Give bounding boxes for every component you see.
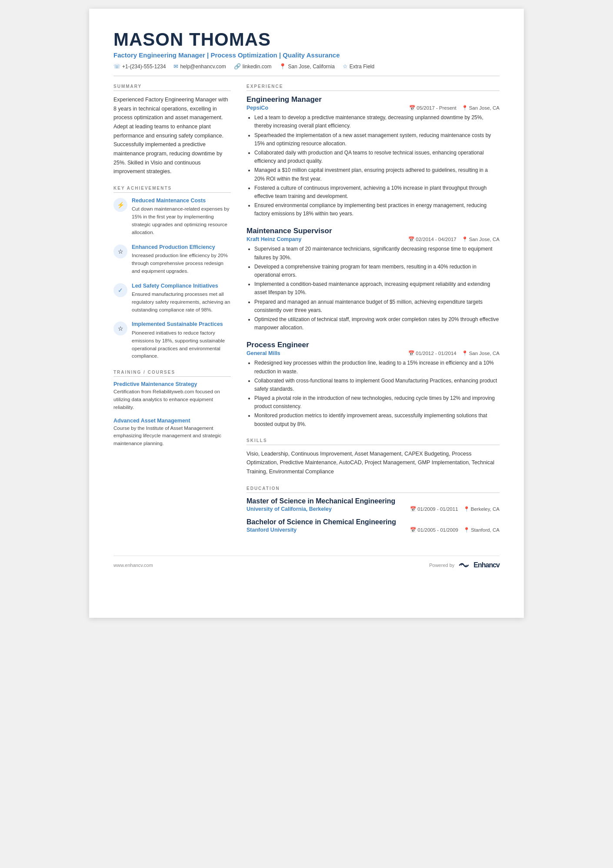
email-icon: ✉ <box>173 63 178 70</box>
skills-text: Visio, Leadership, Continuous Improvemen… <box>247 449 500 476</box>
bullet: Led a team to develop a predictive maint… <box>254 114 500 130</box>
achievements-label: KEY ACHIEVEMENTS <box>113 186 231 193</box>
exp-item-1: Maintenance Supervisor Kraft Heinz Compa… <box>247 227 500 332</box>
exp-date-0: 📅 05/2017 - Present <box>409 105 456 111</box>
footer-right: Powered by Enhancv <box>429 561 500 569</box>
bullet: Ensured environmental compliance by impl… <box>254 201 500 218</box>
resume-page: MASON THOMAS Factory Engineering Manager… <box>89 9 524 618</box>
training-item-0: Predictive Maintenance Strategy Certific… <box>113 381 231 411</box>
bullet: Redesigned key processes within the prod… <box>254 359 500 375</box>
experience-section: EXPERIENCE Engineering Manager PepsiCo 📅… <box>247 84 500 429</box>
footer-url: www.enhancv.com <box>113 563 153 568</box>
exp-bullets-0: Led a team to develop a predictive maint… <box>247 114 500 218</box>
achievement-icon-3: ☆ <box>113 322 127 335</box>
edu-degree-0: Master of Science in Mechanical Engineer… <box>247 497 500 505</box>
achievement-item-2: ✓ Led Safety Compliance Initiatives Ensu… <box>113 282 231 314</box>
right-column: EXPERIENCE Engineering Manager PepsiCo 📅… <box>247 84 500 543</box>
achievement-title-1: Enhanced Production Efficiency <box>132 244 231 251</box>
location-icon: 📍 <box>279 63 286 70</box>
bullet: Prepared and managed an annual maintenan… <box>254 298 500 315</box>
bullet: Fostered a culture of continuous improve… <box>254 184 500 201</box>
exp-location-1: 📍 San Jose, CA <box>462 236 500 242</box>
exp-date-1: 📅 02/2014 - 04/2017 <box>408 236 456 242</box>
edu-date-0: 📅 01/2009 - 01/2011 <box>410 506 458 512</box>
exp-company-0: PepsiCo <box>247 105 268 111</box>
edu-degree-1: Bachelor of Science in Chemical Engineer… <box>247 518 500 526</box>
achievements-section: KEY ACHIEVEMENTS ⚡ Reduced Maintenance C… <box>113 186 231 360</box>
candidate-name: MASON THOMAS <box>113 30 500 50</box>
bullet: Played a pivotal role in the introductio… <box>254 394 500 411</box>
contact-extra: ☆ Extra Field <box>343 63 374 70</box>
contact-phone: ☏ +1-(234)-555-1234 <box>113 63 166 70</box>
exp-title-0: Engineering Manager <box>247 95 500 104</box>
exp-company-2: General Mills <box>247 350 280 356</box>
enhancv-brand: Enhancv <box>473 561 500 569</box>
achievement-item-3: ☆ Implemented Sustainable Practices Pion… <box>113 321 231 360</box>
exp-location-0: 📍 San Jose, CA <box>462 105 500 111</box>
exp-item-2: Process Engineer General Mills 📅 01/2012… <box>247 341 500 429</box>
achievement-title-0: Reduced Maintenance Costs <box>132 197 231 205</box>
exp-bullets-1: Supervised a team of 20 maintenance tech… <box>247 245 500 332</box>
achievement-title-3: Implemented Sustainable Practices <box>132 321 231 328</box>
training-title-1: Advanced Asset Management <box>113 418 231 424</box>
extra-icon: ☆ <box>343 63 348 70</box>
achievement-title-2: Led Safety Compliance Initiatives <box>132 282 231 290</box>
left-column: SUMMARY Experienced Factory Engineering … <box>113 84 231 543</box>
achievement-icon-1: ☆ <box>113 245 127 258</box>
contact-location: 📍 San Jose, California <box>279 63 334 70</box>
education-label: EDUCATION <box>247 486 500 493</box>
bullet: Monitored production metrics to identify… <box>254 412 500 428</box>
bullet: Collaborated with cross-functional teams… <box>254 377 500 393</box>
edu-location-0: 📍 Berkeley, CA <box>463 506 500 512</box>
skills-label: SKILLS <box>247 438 500 445</box>
achievement-desc-0: Cut down maintenance-related expenses by… <box>132 205 231 236</box>
bullet: Spearheaded the implementation of a new … <box>254 131 500 148</box>
edu-school-0: University of California, Berkeley <box>247 506 332 512</box>
bullet: Supervised a team of 20 maintenance tech… <box>254 245 500 261</box>
exp-location-2: 📍 San Jose, CA <box>462 350 500 356</box>
powered-by-text: Powered by <box>429 563 454 568</box>
contact-row: ☏ +1-(234)-555-1234 ✉ help@enhancv.com 🔗… <box>113 63 500 76</box>
bullet: Implemented a condition-based maintenanc… <box>254 280 500 297</box>
edu-item-0: Master of Science in Mechanical Engineer… <box>247 497 500 512</box>
experience-label: EXPERIENCE <box>247 84 500 91</box>
skills-section: SKILLS Visio, Leadership, Continuous Imp… <box>247 438 500 476</box>
summary-section: SUMMARY Experienced Factory Engineering … <box>113 84 231 176</box>
achievement-item-1: ☆ Enhanced Production Efficiency Increas… <box>113 244 231 275</box>
phone-icon: ☏ <box>113 63 120 70</box>
bullet: Developed a comprehensive training progr… <box>254 263 500 279</box>
exp-bullets-2: Redesigned key processes within the prod… <box>247 359 500 429</box>
exp-item-0: Engineering Manager PepsiCo 📅 05/2017 - … <box>247 95 500 218</box>
contact-linkedin: 🔗 linkedin.com <box>234 63 272 70</box>
training-label: TRAINING / COURSES <box>113 370 231 377</box>
candidate-title: Factory Engineering Manager | Process Op… <box>113 51 500 59</box>
summary-label: SUMMARY <box>113 84 231 91</box>
footer: www.enhancv.com Powered by Enhancv <box>113 556 500 569</box>
achievement-desc-3: Pioneered initiatives to reduce factory … <box>132 329 231 360</box>
achievement-desc-1: Increased production line efficiency by … <box>132 252 231 275</box>
achievement-icon-0: ⚡ <box>113 198 127 212</box>
linkedin-icon: 🔗 <box>234 63 241 70</box>
edu-school-1: Stanford University <box>247 527 297 533</box>
exp-title-1: Maintenance Supervisor <box>247 227 500 235</box>
training-title-0: Predictive Maintenance Strategy <box>113 381 231 387</box>
enhancv-logo-icon <box>458 561 470 569</box>
edu-location-1: 📍 Stanford, CA <box>463 527 500 533</box>
training-desc-1: Course by the Institute of Asset Managem… <box>113 425 231 448</box>
training-desc-0: Certification from Reliabilityweb.com fo… <box>113 388 231 411</box>
edu-date-1: 📅 01/2005 - 01/2009 <box>410 527 458 533</box>
achievement-item-0: ⚡ Reduced Maintenance Costs Cut down mai… <box>113 197 231 237</box>
bullet: Collaborated daily with production and Q… <box>254 149 500 165</box>
training-item-1: Advanced Asset Management Course by the … <box>113 418 231 448</box>
body-layout: SUMMARY Experienced Factory Engineering … <box>113 84 500 543</box>
training-section: TRAINING / COURSES Predictive Maintenanc… <box>113 370 231 448</box>
bullet: Managed a $10 million capital investment… <box>254 166 500 183</box>
education-section: EDUCATION Master of Science in Mechanica… <box>247 486 500 533</box>
achievement-desc-2: Ensured manufacturing processes met all … <box>132 291 231 314</box>
achievement-icon-2: ✓ <box>113 283 127 297</box>
edu-item-1: Bachelor of Science in Chemical Engineer… <box>247 518 500 533</box>
header: MASON THOMAS Factory Engineering Manager… <box>113 30 500 76</box>
contact-email: ✉ help@enhancv.com <box>173 63 226 70</box>
summary-text: Experienced Factory Engineering Manager … <box>113 95 231 176</box>
exp-company-1: Kraft Heinz Company <box>247 236 301 242</box>
